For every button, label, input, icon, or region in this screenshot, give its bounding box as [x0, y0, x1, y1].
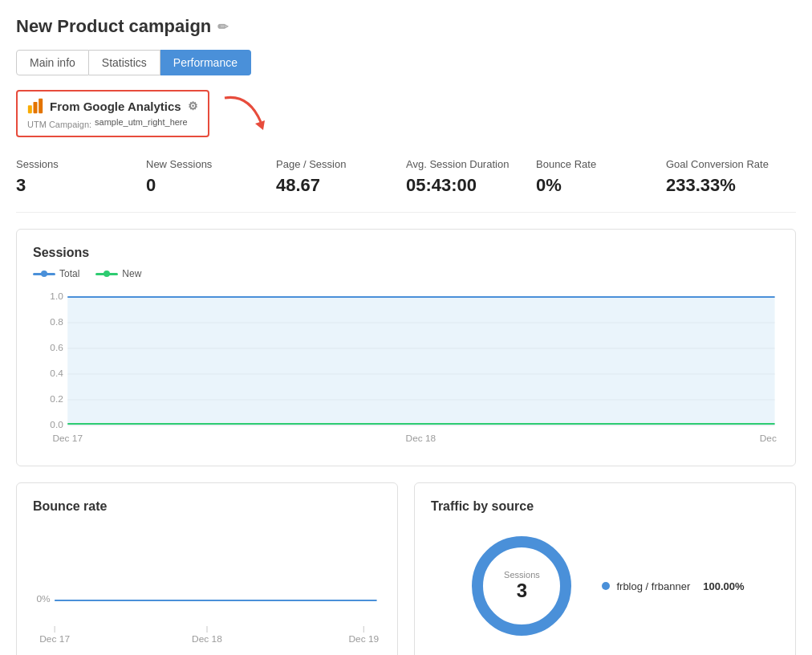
sessions-chart-container: 1.0 0.8 0.6 0.4 0.2 0.0 Dec 17 Dec 18 De…	[33, 289, 779, 450]
donut-sessions-text: Sessions	[504, 570, 540, 580]
traffic-legend-dot-0	[602, 582, 610, 590]
legend-total-line	[33, 273, 55, 275]
metric-value: 48.67	[276, 175, 390, 196]
svg-text:Dec 17: Dec 17	[39, 634, 70, 644]
page-title: New Product campaign ✏	[16, 16, 796, 37]
sessions-chart-card: Sessions Total New 1.0 0.8 0.6	[16, 229, 796, 466]
svg-text:Dec 17: Dec 17	[52, 433, 83, 443]
edit-icon[interactable]: ✏	[217, 19, 228, 35]
metric-label: Bounce Rate	[536, 158, 650, 170]
analytics-source-box: From Google Analytics ⚙ UTM Campaign: sa…	[16, 90, 209, 137]
sessions-chart-title: Sessions	[33, 246, 779, 260]
utm-row: UTM Campaign: sample_utm_right_here	[27, 117, 198, 129]
metrics-row: Sessions 3 New Sessions 0 Page / Session…	[16, 158, 796, 213]
donut-wrapper: Sessions 3	[465, 530, 578, 642]
legend-total-label: Total	[59, 268, 79, 279]
svg-text:Dec 18: Dec 18	[406, 433, 436, 443]
traffic-legend-label-0: frblog / frbanner	[616, 580, 690, 592]
metric-label: Sessions	[16, 158, 130, 170]
metric-label: Goal Conversion Rate	[666, 158, 780, 170]
traffic-source-title: Traffic by source	[431, 499, 779, 514]
metric-label: Page / Session	[276, 158, 390, 170]
tabs-container: Main info Statistics Performance	[16, 50, 796, 75]
metric-bounce-rate: Bounce Rate 0%	[536, 158, 666, 196]
metric-value: 05:43:00	[406, 175, 520, 196]
bounce-rate-title: Bounce rate	[33, 499, 381, 514]
bottom-charts: Bounce rate 0% Dec 17 Dec 18 Dec 19 Traf…	[16, 482, 796, 655]
metric-value: 0	[146, 175, 260, 196]
svg-text:Dec 18: Dec 18	[192, 634, 222, 644]
legend-total: Total	[33, 268, 79, 279]
sessions-chart-legend: Total New	[33, 268, 779, 279]
traffic-legend-item-0: frblog / frbanner 100.00%	[602, 580, 744, 592]
legend-new-line	[95, 273, 118, 275]
donut-label: Sessions 3	[504, 570, 540, 602]
metric-sessions: Sessions 3	[16, 158, 146, 196]
svg-rect-0	[28, 105, 32, 113]
metric-new-sessions: New Sessions 0	[146, 158, 276, 196]
utm-value: sample_utm_right_here	[95, 117, 188, 129]
tab-performance[interactable]: Performance	[160, 50, 251, 75]
bounce-rate-card: Bounce rate 0% Dec 17 Dec 18 Dec 19	[16, 482, 398, 655]
svg-marker-16	[67, 297, 774, 425]
utm-label: UTM Campaign:	[27, 120, 91, 129]
legend-new: New	[95, 268, 141, 279]
bounce-chart-svg: 0% Dec 17 Dec 18 Dec 19	[33, 522, 381, 650]
svg-text:0%: 0%	[36, 594, 50, 604]
metric-value: 3	[16, 175, 130, 196]
svg-rect-1	[34, 102, 38, 113]
title-text: New Product campaign	[16, 16, 211, 37]
metric-label: New Sessions	[146, 158, 260, 170]
donut-area: Sessions 3 frblog / frbanner 100.00%	[431, 530, 779, 642]
analytics-row: From Google Analytics ⚙ UTM Campaign: sa…	[16, 90, 209, 142]
svg-text:0.4: 0.4	[50, 368, 63, 378]
metric-goal-conversion: Goal Conversion Rate 233.33%	[666, 158, 796, 196]
metric-value: 0%	[536, 175, 650, 196]
svg-text:Dec 19: Dec 19	[760, 433, 779, 443]
tab-main-info[interactable]: Main info	[16, 50, 89, 75]
metric-page-session: Page / Session 48.67	[276, 158, 406, 196]
metric-avg-session: Avg. Session Duration 05:43:00	[406, 158, 536, 196]
google-analytics-icon	[27, 98, 43, 114]
metric-label: Avg. Session Duration	[406, 158, 520, 170]
svg-rect-2	[39, 99, 43, 113]
donut-sessions-value: 3	[504, 580, 540, 602]
traffic-legend-percent-0: 100.00%	[703, 580, 744, 592]
analytics-source-label: From Google Analytics	[50, 100, 181, 113]
gear-icon[interactable]: ⚙	[188, 100, 198, 112]
arrow-annotation	[217, 90, 281, 138]
analytics-source-header: From Google Analytics ⚙	[27, 98, 198, 114]
sessions-chart-svg: 1.0 0.8 0.6 0.4 0.2 0.0 Dec 17 Dec 18 De…	[33, 289, 779, 450]
legend-new-label: New	[122, 268, 141, 279]
tab-statistics[interactable]: Statistics	[89, 50, 160, 75]
svg-text:0.8: 0.8	[50, 317, 63, 327]
svg-text:0.2: 0.2	[50, 394, 63, 404]
svg-marker-3	[255, 120, 265, 130]
traffic-legend: frblog / frbanner 100.00%	[602, 580, 744, 592]
svg-text:1.0: 1.0	[50, 291, 63, 301]
svg-text:Dec 19: Dec 19	[348, 634, 379, 644]
svg-text:0.6: 0.6	[50, 343, 63, 352]
bounce-chart-container: 0% Dec 17 Dec 18 Dec 19	[33, 522, 381, 650]
traffic-source-card: Traffic by source Sessions 3 frblog / fr…	[414, 482, 796, 655]
metric-value: 233.33%	[666, 175, 780, 196]
svg-text:0.0: 0.0	[50, 420, 63, 429]
